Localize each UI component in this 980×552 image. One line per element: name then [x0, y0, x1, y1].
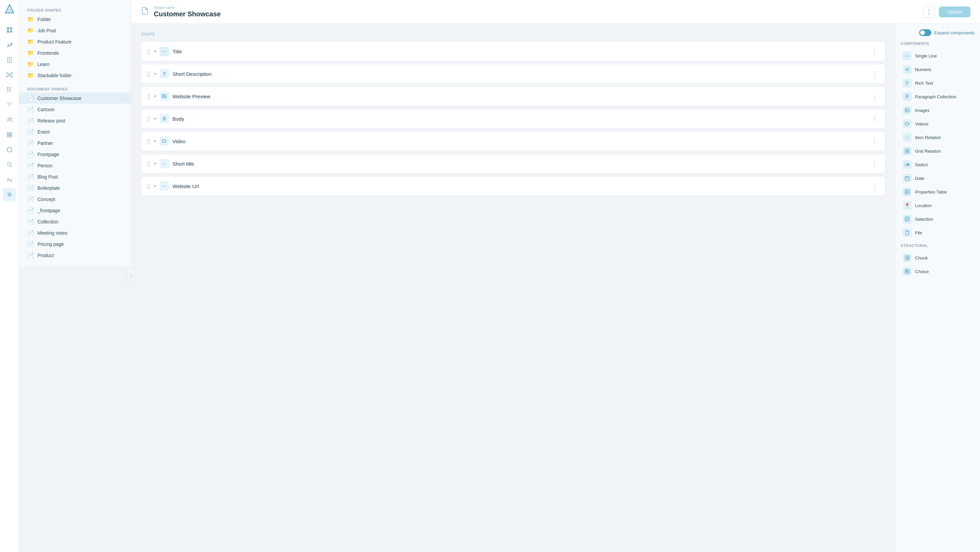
svg-rect-79 [907, 270, 909, 271]
sidebar-item-boilerplate[interactable]: 📄 Boilerplate [19, 182, 131, 194]
sidebar-item-event[interactable]: 📄 Event [19, 126, 131, 137]
nav-type-icon[interactable]: Az [3, 173, 16, 186]
component-choice[interactable]: Choice [901, 265, 975, 278]
sidebar-collapse-button[interactable]: ‹ [127, 266, 136, 286]
svg-line-16 [10, 73, 11, 74]
nav-search-icon[interactable] [3, 158, 16, 171]
component-propertiestable[interactable]: Properties Table [901, 185, 975, 198]
nav-people-icon[interactable] [3, 113, 16, 127]
sidebar-item-label: Cartoon [37, 107, 54, 112]
nav-plugin-icon[interactable] [3, 143, 16, 157]
component-switch[interactable]: Switch [901, 158, 975, 171]
component-location[interactable]: 📍 Location [901, 198, 975, 212]
svg-rect-44 [162, 140, 165, 143]
sidebar-item-customershowcase[interactable]: 📄 Customer Showcase ‹ [19, 92, 131, 104]
nav-document-icon[interactable] [3, 53, 16, 67]
sidebar-item-frontpage[interactable]: 📄 Frontpage [19, 149, 131, 160]
row-menu-button[interactable]: ⋮ [869, 92, 880, 101]
sidebar-item-concept[interactable]: 📄 Concept [19, 194, 131, 205]
component-label: Paragraph Collection [915, 94, 956, 99]
svg-line-32 [11, 166, 12, 167]
sidebar-item-label: Meeting notes [37, 230, 67, 236]
sidebar-item-person[interactable]: 📄 Person [19, 160, 131, 171]
page-header: Shape name Customer Showcase ⋮ Update [131, 0, 980, 24]
shape-row-shorttitle: ⣿ ▾ — Short title ⋮ [141, 154, 885, 173]
drag-handle-icon[interactable]: ⣿ [147, 138, 151, 144]
chevron-down-icon[interactable]: ▾ [154, 94, 156, 98]
component-gridrelation[interactable]: Grid Relation [901, 144, 975, 158]
svg-line-18 [10, 76, 11, 76]
chevron-down-icon[interactable]: ▾ [154, 139, 156, 144]
chevron-left-icon: ‹ [121, 96, 123, 101]
row-menu-button[interactable]: ⋮ [869, 137, 880, 146]
row-menu-button[interactable]: ⋮ [869, 182, 880, 190]
sidebar-item-cartoon[interactable]: 📄 Cartoon [19, 104, 131, 115]
nav-analytics-icon[interactable] [3, 38, 16, 52]
component-richtext[interactable]: Rich Text [901, 76, 975, 90]
drag-handle-icon[interactable]: ⣿ [147, 116, 151, 122]
sidebar-item-label: Collection [37, 219, 58, 224]
expand-toggle-pill[interactable] [919, 29, 931, 36]
nav-settings-icon[interactable] [3, 188, 16, 201]
drag-handle-icon[interactable]: ⣿ [147, 48, 151, 55]
component-paragraphcollection[interactable]: Paragraph Collection [901, 90, 975, 103]
component-singleline[interactable]: — Single Line [901, 49, 975, 63]
sidebar-item-label: Product Feature [37, 39, 72, 44]
gridrelation-icon [903, 147, 912, 155]
sidebar-item-releasepost[interactable]: 📄 Release post [19, 115, 131, 126]
chevron-down-icon[interactable]: ▾ [154, 184, 156, 189]
component-date[interactable]: Date [901, 171, 975, 185]
sidebar-item-label: Person [37, 163, 52, 168]
row-menu-button[interactable]: ⋮ [869, 159, 880, 168]
component-chunk[interactable]: Chunk [901, 251, 975, 265]
switch-icon [903, 160, 912, 169]
url-type-icon: — [159, 181, 169, 191]
more-options-button[interactable]: ⋮ [923, 6, 935, 18]
sidebar-item-stackablefolder[interactable]: 📁 Stackable folder [19, 70, 131, 81]
sidebar-item-product[interactable]: 📄 Product [19, 250, 131, 261]
row-menu-button[interactable]: ⋮ [869, 114, 880, 123]
folder-icon: 📁 [27, 38, 34, 45]
svg-rect-81 [907, 272, 909, 273]
sidebar-item-partner[interactable]: 📄 Partner [19, 137, 131, 149]
svg-rect-4 [7, 30, 9, 33]
chevron-down-icon[interactable]: ▾ [154, 161, 156, 166]
component-images[interactable]: Images [901, 103, 975, 117]
sidebar-item-frontpage2[interactable]: 📄 _frontpage [19, 205, 131, 216]
nav-grid-icon[interactable] [3, 83, 16, 97]
nav-list-icon[interactable] [3, 128, 16, 141]
component-label: Switch [915, 162, 928, 167]
component-videos[interactable]: Videos [901, 117, 975, 131]
drag-handle-icon[interactable]: ⣿ [147, 183, 151, 189]
doc-icon: 📄 [27, 196, 34, 202]
sidebar-item-jobpost[interactable]: 📁 Job Post [19, 25, 131, 36]
nav-filter-icon[interactable] [3, 98, 16, 111]
sidebar-item-learn[interactable]: 📁 Learn [19, 59, 131, 70]
sidebar-item-blogpost[interactable]: 📄 Blog Post [19, 171, 131, 182]
svg-rect-61 [907, 151, 909, 153]
row-menu-button[interactable]: ⋮ [869, 47, 880, 56]
component-numeric[interactable]: 42 Numeric [901, 63, 975, 76]
sidebar-item-productfeature[interactable]: 📁 Product Feature [19, 36, 131, 47]
component-selection[interactable]: Selection [901, 212, 975, 226]
drag-handle-icon[interactable]: ⣿ [147, 71, 151, 77]
sidebar-item-meetingnotes[interactable]: 📄 Meeting notes [19, 227, 131, 238]
svg-rect-59 [907, 149, 909, 151]
chevron-down-icon[interactable]: ▾ [154, 116, 156, 121]
sidebar-item-frontends[interactable]: 📁 Frontends [19, 47, 131, 59]
folder-icon: 📁 [27, 72, 34, 79]
sidebar-item-collection[interactable]: 📄 Collection [19, 216, 131, 227]
chevron-down-icon[interactable]: ▾ [154, 71, 156, 76]
sidebar-item-pricingpage[interactable]: 📄 Pricing page [19, 238, 131, 250]
svg-rect-76 [907, 256, 909, 257]
chevron-down-icon[interactable]: ▾ [154, 49, 156, 54]
component-itemrelation[interactable]: ♡ Item Relation [901, 131, 975, 144]
sidebar-item-folder[interactable]: 📁 Folder [19, 14, 131, 25]
drag-handle-icon[interactable]: ⣿ [147, 93, 151, 100]
nav-home-icon[interactable] [3, 23, 16, 37]
update-button[interactable]: Update [939, 6, 970, 17]
nav-graph-icon[interactable] [3, 68, 16, 82]
row-menu-button[interactable]: ⋮ [869, 70, 880, 78]
component-file[interactable]: File [901, 226, 975, 240]
drag-handle-icon[interactable]: ⣿ [147, 160, 151, 167]
